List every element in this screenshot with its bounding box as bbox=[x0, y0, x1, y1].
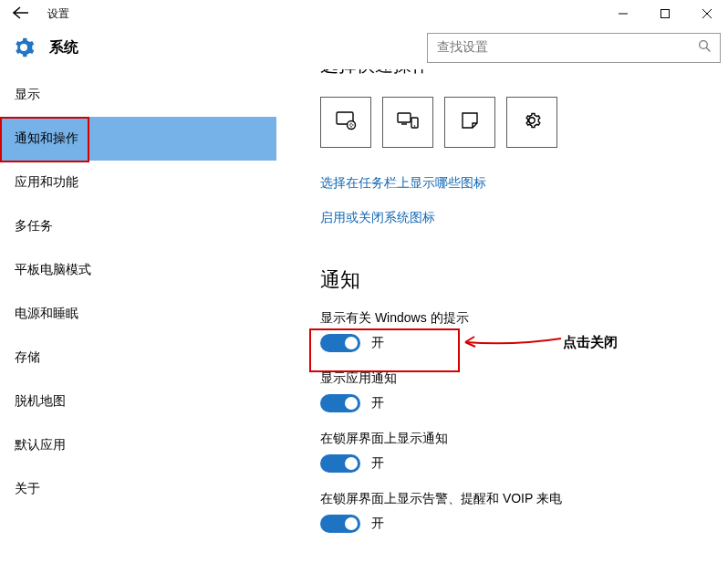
link-taskbar-icons[interactable]: 选择在任务栏上显示哪些图标 bbox=[320, 175, 708, 192]
window-title: 设置 bbox=[35, 6, 69, 22]
sidebar-item-tablet[interactable]: 平板电脑模式 bbox=[0, 248, 276, 292]
sidebar-item-display[interactable]: 显示 bbox=[0, 73, 276, 117]
window-controls bbox=[602, 0, 728, 27]
svg-point-1 bbox=[700, 41, 708, 49]
toggle-lockscreen-notifications[interactable] bbox=[320, 454, 360, 473]
setting-app-notifications: 显示应用通知 开 bbox=[320, 370, 708, 412]
sidebar-item-about[interactable]: 关于 bbox=[0, 467, 276, 511]
search-input[interactable]: 查找设置 bbox=[427, 33, 721, 63]
maximize-button[interactable] bbox=[644, 0, 686, 27]
setting-lockscreen-notifications: 在锁屏界面上显示通知 开 bbox=[320, 431, 708, 473]
svg-point-6 bbox=[414, 125, 416, 127]
toggle-state: 开 bbox=[371, 395, 384, 412]
page-title: 系统 bbox=[49, 38, 78, 57]
sidebar-item-maps[interactable]: 脱机地图 bbox=[0, 380, 276, 423]
sidebar-item-storage[interactable]: 存储 bbox=[0, 336, 276, 380]
tablet-mode-icon bbox=[334, 110, 358, 134]
connect-icon bbox=[396, 111, 420, 133]
toggle-windows-tips[interactable] bbox=[320, 334, 360, 352]
note-icon bbox=[460, 110, 480, 134]
gear-icon bbox=[11, 35, 36, 60]
sidebar-item-power[interactable]: 电源和睡眠 bbox=[0, 292, 276, 336]
header: 系统 查找设置 bbox=[0, 27, 728, 69]
sidebar-item-notifications[interactable]: 通知和操作 bbox=[0, 117, 276, 161]
link-system-icons[interactable]: 启用或关闭系统图标 bbox=[320, 210, 708, 226]
quick-action-tile-tablet[interactable] bbox=[320, 97, 371, 148]
setting-lockscreen-alarms: 在锁屏界面上显示告警、提醒和 VOIP 来电 开 bbox=[320, 491, 708, 533]
search-icon bbox=[698, 39, 712, 56]
minimize-button[interactable] bbox=[602, 0, 644, 27]
quick-action-tile-connect[interactable] bbox=[382, 97, 433, 148]
content-pane: 选择快速操作 选择在任务 bbox=[276, 69, 728, 573]
sidebar: 显示 通知和操作 应用和功能 多任务 平板电脑模式 电源和睡眠 存储 脱机地图 … bbox=[0, 69, 276, 573]
svg-rect-4 bbox=[398, 113, 411, 122]
setting-label: 显示应用通知 bbox=[320, 370, 708, 387]
sidebar-item-apps[interactable]: 应用和功能 bbox=[0, 161, 276, 204]
quick-actions-heading: 选择快速操作 bbox=[320, 69, 708, 77]
toggle-state: 开 bbox=[371, 455, 384, 472]
toggle-state: 开 bbox=[371, 335, 384, 351]
settings-icon bbox=[522, 110, 542, 134]
setting-label: 在锁屏界面上显示通知 bbox=[320, 431, 708, 447]
quick-action-tile-note[interactable] bbox=[444, 97, 495, 148]
sidebar-item-multitask[interactable]: 多任务 bbox=[0, 204, 276, 248]
quick-action-tiles bbox=[320, 97, 708, 148]
setting-label: 在锁屏界面上显示告警、提醒和 VOIP 来电 bbox=[320, 491, 708, 507]
search-placeholder: 查找设置 bbox=[437, 39, 698, 56]
close-button[interactable] bbox=[686, 0, 728, 27]
setting-label: 显示有关 Windows 的提示 bbox=[320, 310, 708, 327]
section-title-notifications: 通知 bbox=[320, 266, 708, 294]
back-button[interactable] bbox=[9, 5, 35, 24]
toggle-lockscreen-alarms[interactable] bbox=[320, 515, 360, 533]
svg-point-3 bbox=[348, 121, 356, 130]
quick-action-tile-settings[interactable] bbox=[506, 97, 557, 148]
toggle-app-notifications[interactable] bbox=[320, 394, 360, 412]
toggle-state: 开 bbox=[371, 516, 384, 532]
sidebar-item-default-apps[interactable]: 默认应用 bbox=[0, 423, 276, 467]
setting-windows-tips: 显示有关 Windows 的提示 开 bbox=[320, 310, 708, 352]
svg-rect-0 bbox=[661, 10, 670, 18]
